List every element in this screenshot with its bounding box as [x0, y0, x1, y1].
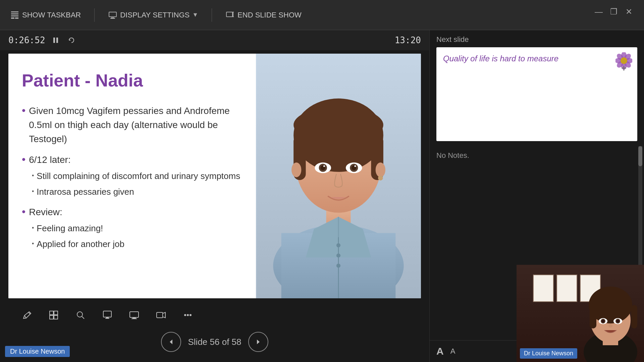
- slide-title: Patient - Nadia: [22, 70, 243, 90]
- svg-rect-1: [11, 13, 18, 14]
- elapsed-time: 0:26:52: [8, 35, 45, 45]
- sub-bullet-3-1: • Feeling amazing!: [32, 222, 243, 235]
- video-tool-button[interactable]: [153, 307, 169, 323]
- sub-bullets-3: • Feeling amazing! • Applied for another…: [32, 222, 243, 251]
- font-decrease-button[interactable]: A: [450, 347, 455, 356]
- prev-slide-button[interactable]: [161, 332, 181, 352]
- font-increase-button[interactable]: A: [436, 346, 444, 357]
- notes-text: No Notes.: [436, 151, 469, 160]
- photo-area: [256, 54, 421, 298]
- svg-rect-8: [226, 12, 232, 17]
- display-settings-label: DISPLAY SETTINGS: [120, 11, 190, 19]
- svg-rect-2: [11, 15, 18, 16]
- more-tools-button[interactable]: [179, 307, 196, 323]
- svg-point-70: [621, 57, 627, 64]
- monitor-tool-button[interactable]: [126, 307, 143, 323]
- timer-controls: 0:26:52: [8, 35, 77, 46]
- cursor-tool-button[interactable]: [99, 307, 116, 323]
- svg-point-24: [293, 107, 383, 143]
- svg-point-88: [602, 320, 604, 322]
- minimize-button[interactable]: —: [594, 7, 604, 17]
- divider1: [94, 8, 95, 22]
- svg-point-89: [616, 320, 619, 322]
- flower-icon: [615, 52, 632, 69]
- display-settings-arrow: ▼: [192, 11, 198, 18]
- svg-point-38: [336, 253, 340, 257]
- video-feed: Dr Louise Newson: [517, 265, 644, 362]
- svg-rect-13: [56, 38, 58, 43]
- bullet-1-text: Given 10mcg Vagifem pessaries and Androf…: [29, 104, 243, 146]
- svg-rect-52: [130, 312, 139, 317]
- svg-rect-45: [54, 315, 58, 319]
- svg-point-39: [336, 264, 340, 268]
- svg-rect-7: [110, 18, 115, 19]
- svg-point-46: [77, 312, 83, 317]
- svg-rect-74: [533, 275, 553, 302]
- end-show-icon: [225, 10, 235, 20]
- sub-text-2-1: Still complaining of discomfort and urin…: [37, 170, 240, 183]
- bullet-1: • Given 10mcg Vagifem pessaries and Andr…: [22, 104, 243, 146]
- svg-line-40: [24, 315, 26, 318]
- sub-text-3-2: Applied for another job: [37, 238, 124, 251]
- slide-navigation: Slide 56 of 58: [161, 332, 268, 352]
- remaining-time: 13:20: [395, 35, 421, 45]
- sub-dot-3-2: •: [32, 239, 34, 248]
- svg-rect-12: [53, 38, 55, 43]
- show-taskbar-label: SHOW TASKBAR: [22, 11, 81, 19]
- bullet-dot-2: •: [22, 153, 25, 166]
- slide-photo: [256, 54, 421, 298]
- slide-indicator: Slide 56 of 58: [188, 337, 241, 347]
- end-slide-show-btn[interactable]: END SLIDE SHOW: [225, 10, 302, 20]
- pause-button[interactable]: [50, 35, 61, 46]
- pencil-tool-button[interactable]: [18, 307, 35, 323]
- svg-point-26: [376, 163, 385, 177]
- window-controls: — ❐ ✕: [594, 7, 634, 17]
- svg-marker-61: [257, 340, 260, 344]
- bullet-2-header: 6/12 later:: [29, 153, 71, 167]
- show-taskbar-btn[interactable]: SHOW TASKBAR: [10, 10, 81, 20]
- toolbar: SHOW TASKBAR DISPLAY SETTINGS ▼ END SLID…: [0, 0, 644, 30]
- refresh-button[interactable]: [66, 35, 77, 46]
- restore-button[interactable]: ❐: [609, 7, 619, 17]
- sub-text-3-1: Feeling amazing!: [37, 222, 103, 235]
- bullet-dot-3: •: [22, 205, 25, 218]
- svg-rect-5: [109, 12, 116, 17]
- svg-rect-82: [590, 305, 596, 328]
- next-slide-button[interactable]: [248, 332, 268, 352]
- sub-bullet-2-1: • Still complaining of discomfort and ur…: [32, 170, 243, 183]
- search-tool-button[interactable]: [72, 307, 89, 323]
- svg-point-27: [378, 176, 383, 181]
- bullet-dot-1: •: [22, 104, 25, 117]
- grid-tool-button[interactable]: [45, 307, 62, 323]
- svg-rect-43: [54, 311, 58, 315]
- svg-rect-44: [50, 315, 53, 319]
- svg-rect-3: [11, 17, 14, 19]
- display-settings-btn[interactable]: DISPLAY SETTINGS ▼: [108, 10, 198, 20]
- next-slide-section: Next slide Quality of life is hard to me…: [430, 30, 644, 146]
- slide-controls-bar: 0:26:52 13:20: [0, 30, 429, 50]
- scrollbar-thumb: [638, 146, 642, 166]
- svg-marker-60: [170, 340, 172, 344]
- divider2: [212, 8, 212, 22]
- sub-bullet-3-2: • Applied for another job: [32, 238, 243, 251]
- svg-point-37: [336, 243, 340, 247]
- sub-dot-3-1: •: [32, 224, 34, 233]
- svg-rect-42: [50, 311, 53, 315]
- slide-content: Patient - Nadia • Given 10mcg Vagifem pe…: [8, 54, 256, 298]
- close-button[interactable]: ✕: [624, 7, 634, 17]
- svg-rect-75: [557, 275, 577, 302]
- svg-point-59: [190, 314, 192, 316]
- svg-point-57: [184, 314, 186, 316]
- right-panel: Next slide Quality of life is hard to me…: [429, 30, 644, 362]
- slide-bullets: • Given 10mcg Vagifem pessaries and Andr…: [22, 104, 243, 251]
- sub-dot-2-1: •: [32, 171, 34, 180]
- svg-rect-48: [103, 311, 111, 317]
- svg-rect-4: [15, 17, 18, 19]
- svg-point-25: [291, 163, 301, 177]
- svg-point-35: [354, 165, 356, 167]
- bullet-3: • Review: • Feeling amazing! • Applied f…: [22, 205, 243, 251]
- bullet-2: • 6/12 later: • Still complaining of dis…: [22, 153, 243, 198]
- svg-point-90: [608, 324, 612, 327]
- main-content: 0:26:52 13:20 Pat: [0, 30, 644, 362]
- slide-display: Patient - Nadia • Given 10mcg Vagifem pe…: [8, 54, 421, 298]
